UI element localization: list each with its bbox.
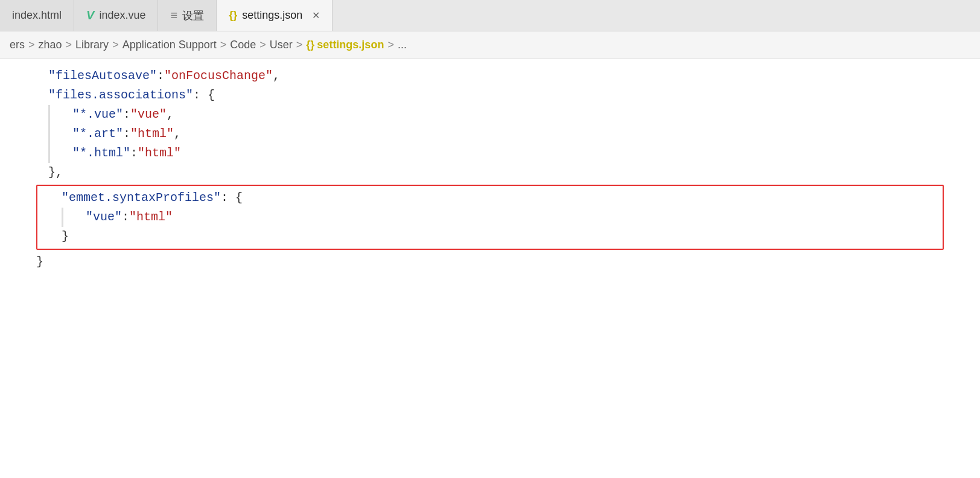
breadcrumb-library: Library bbox=[75, 39, 109, 51]
breadcrumb-ellipsis: ... bbox=[398, 39, 407, 51]
breadcrumb-sep-6: > bbox=[296, 39, 303, 51]
indent-bar-hl bbox=[62, 208, 63, 227]
tab-settings[interactable]: ≡ 设置 bbox=[158, 0, 217, 31]
indent-bar-2 bbox=[48, 124, 50, 144]
code-line-files-assoc: "files.associations" : { bbox=[0, 86, 980, 105]
breadcrumb-sep-2: > bbox=[66, 39, 72, 51]
editor-area: "filesAutosave" : "onFocusChange" , "fil… bbox=[0, 59, 980, 478]
code-line-art: "*.art" : "html" , bbox=[0, 124, 980, 144]
breadcrumb-application-support: Application Support bbox=[122, 39, 217, 51]
tab-label: settings.json bbox=[242, 9, 302, 22]
code-line-html: "*.html" : "html" bbox=[0, 144, 980, 163]
code-line-emmet-vue: "vue" : "html" bbox=[37, 208, 943, 227]
emmet-key: "emmet.syntaxProfiles" bbox=[62, 188, 221, 208]
tab-bar: index.html V index.vue ≡ 设置 {} settings.… bbox=[0, 0, 980, 31]
highlighted-block: "emmet.syntaxProfiles" : { "vue" : "html… bbox=[36, 185, 944, 250]
tab-index-html[interactable]: index.html bbox=[0, 0, 74, 31]
breadcrumb-sep-5: > bbox=[259, 39, 266, 51]
tab-index-vue[interactable]: V index.vue bbox=[74, 0, 158, 31]
vue-icon: V bbox=[86, 8, 94, 22]
tab-label: index.vue bbox=[99, 9, 145, 22]
code-line-final-close: } bbox=[0, 252, 980, 272]
tab-label: 设置 bbox=[182, 8, 204, 23]
json-icon: {} bbox=[229, 9, 237, 22]
code-text-truncated: "filesAutosave" bbox=[48, 66, 157, 86]
breadcrumb-zhao: zhao bbox=[39, 39, 62, 51]
close-icon[interactable]: ✕ bbox=[312, 10, 320, 21]
settings-icon: ≡ bbox=[170, 8, 177, 22]
code-line-close-assoc: }, bbox=[0, 163, 980, 182]
indent-bar-3 bbox=[48, 144, 50, 163]
code-line-close-emmet: } bbox=[37, 227, 943, 246]
breadcrumb-sep-1: > bbox=[28, 39, 35, 51]
emmet-vue-key: "vue" bbox=[86, 208, 122, 227]
breadcrumb-user: User bbox=[270, 39, 293, 51]
files-assoc-key: "files.associations" bbox=[48, 86, 193, 105]
breadcrumb-sep-7: > bbox=[387, 39, 394, 51]
html-key: "*.html" bbox=[72, 144, 130, 163]
breadcrumb: ers > zhao > Library > Application Suppo… bbox=[0, 31, 980, 59]
tab-label: index.html bbox=[12, 9, 62, 22]
breadcrumb-code: Code bbox=[230, 39, 256, 51]
breadcrumb-sep-3: > bbox=[112, 39, 119, 51]
art-key: "*.art" bbox=[72, 124, 123, 144]
code-line-truncated: "filesAutosave" : "onFocusChange" , bbox=[0, 66, 980, 86]
indent-bar bbox=[48, 105, 50, 124]
code-line-emmet: "emmet.syntaxProfiles" : { bbox=[37, 188, 943, 208]
breadcrumb-ers: ers bbox=[10, 39, 25, 51]
tab-settings-json[interactable]: {} settings.json ✕ bbox=[217, 0, 332, 31]
vue-key: "*.vue" bbox=[72, 105, 123, 124]
breadcrumb-sep-4: > bbox=[220, 39, 227, 51]
code-line-vue: "*.vue" : "vue" , bbox=[0, 105, 980, 124]
breadcrumb-settings-json: {}settings.json bbox=[306, 39, 384, 51]
